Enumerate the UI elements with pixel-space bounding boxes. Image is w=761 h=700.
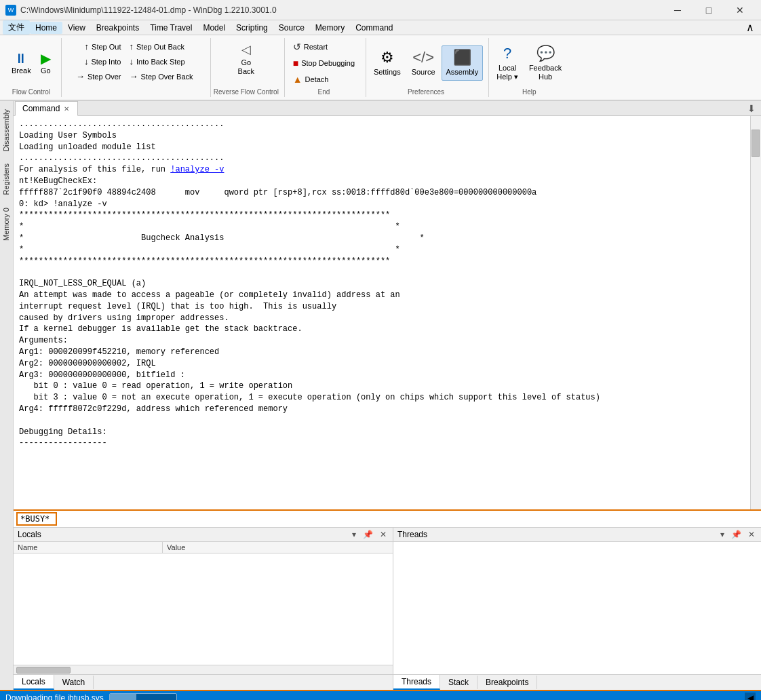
locals-panel: Locals ▾ 📌 ✕ Name Value Loca bbox=[14, 528, 393, 690]
menu-item-home[interactable]: Home bbox=[30, 22, 62, 34]
locals-panel-icons: ▾ 📌 ✕ bbox=[350, 529, 389, 540]
assembly-button[interactable]: ⬛ Assembly bbox=[442, 45, 484, 80]
output-line-asm: fffff887`2c1f90f0 48894c2408 mov qword p… bbox=[19, 187, 745, 199]
locals-tab-bar: Locals Watch bbox=[14, 674, 393, 690]
sidebar-tabs: Disassembly Registers Memory 0 bbox=[0, 101, 14, 690]
restart-icon: ↺ bbox=[293, 41, 301, 52]
threads-panel-content bbox=[393, 542, 761, 674]
ribbon-collapse-button[interactable]: ∧ bbox=[742, 21, 758, 34]
command-scrollbar-vertical[interactable] bbox=[750, 116, 761, 509]
threads-dropdown-icon[interactable]: ▾ bbox=[718, 529, 726, 540]
stop-debug-icon: ■ bbox=[293, 58, 298, 69]
command-input-field[interactable] bbox=[57, 513, 758, 524]
sidebar-tab-memory[interactable]: Memory 0 bbox=[0, 202, 13, 246]
menu-item-model[interactable]: Model bbox=[197, 22, 231, 34]
status-bar: Downloading file ibtusb.sys ◀ bbox=[0, 690, 761, 700]
preferences-label: Preferences bbox=[408, 87, 444, 96]
ribbon-group-goback: ◁ GoBack Reverse Flow Control bbox=[211, 38, 285, 97]
menu-item-scripting[interactable]: Scripting bbox=[231, 22, 273, 34]
step-over-button[interactable]: → Step Over bbox=[73, 69, 125, 83]
sidebar-tab-disassembly[interactable]: Disassembly bbox=[0, 104, 13, 157]
locals-col-name: Name bbox=[14, 542, 163, 553]
output-line-bit3: bit 3 : value 0 = not an execute operati… bbox=[19, 392, 745, 404]
scrollbar-thumb[interactable] bbox=[752, 130, 760, 157]
menu-item-breakpoints[interactable]: Breakpoints bbox=[91, 22, 144, 34]
feedback-hub-icon: 💬 bbox=[536, 45, 555, 62]
status-right: ◀ bbox=[745, 693, 756, 700]
step-into-label: Step Into bbox=[91, 58, 121, 66]
settings-button[interactable]: ⚙ Settings bbox=[369, 45, 406, 80]
output-line-dots1: ........................................… bbox=[19, 119, 745, 130]
step-out-button[interactable]: ↑ Step Out bbox=[81, 39, 125, 54]
help-label: Help bbox=[522, 87, 536, 96]
step-over-back-label: Step Over Back bbox=[140, 73, 193, 81]
step-into-icon: ↓ bbox=[84, 56, 89, 66]
feedback-hub-button[interactable]: 💬 FeedbackHub bbox=[524, 41, 566, 85]
threads-tab[interactable]: Threads bbox=[393, 675, 440, 690]
sidebar-tab-registers[interactable]: Registers bbox=[0, 158, 13, 200]
analyze-link[interactable]: !analyze -v bbox=[170, 165, 224, 174]
threads-pin-icon[interactable]: 📌 bbox=[729, 529, 743, 540]
output-line-blank2 bbox=[19, 415, 745, 427]
locals-close-icon[interactable]: ✕ bbox=[378, 529, 389, 540]
step-over-icon: → bbox=[76, 71, 85, 81]
menu-item-memory[interactable]: Memory bbox=[310, 22, 350, 34]
locals-dropdown-icon[interactable]: ▾ bbox=[350, 529, 358, 540]
output-line-debug-details: Debugging Details: bbox=[19, 427, 745, 438]
threads-close-icon[interactable]: ✕ bbox=[746, 529, 757, 540]
step-out-back-button[interactable]: ↑ Step Out Back bbox=[125, 39, 187, 54]
step-out-back-icon: ↑ bbox=[129, 41, 134, 52]
menu-item-timetravel[interactable]: Time Travel bbox=[144, 22, 197, 34]
threads-tab-bar: Threads Stack Breakpoints bbox=[393, 674, 761, 690]
locals-table-header: Name Value bbox=[14, 542, 393, 553]
output-line-arg2: Arg2: 0000000000000002, IRQL bbox=[19, 358, 745, 370]
step-over-label: Step Over bbox=[87, 73, 121, 81]
close-button[interactable]: ✕ bbox=[724, 0, 756, 20]
step-into-back-button[interactable]: ↓ Into Back Step bbox=[125, 54, 188, 69]
menu-item-command[interactable]: Command bbox=[350, 22, 398, 34]
title-bar: W C:\Windows\Minidump\111922-12484-01.dm… bbox=[0, 0, 761, 20]
menu-item-view[interactable]: View bbox=[62, 22, 91, 34]
command-tab-close[interactable]: ✕ bbox=[62, 105, 71, 113]
output-line-stars1: ****************************************… bbox=[19, 210, 745, 221]
ribbon-group-step: ↑ Step Out ↑ Step Out Back ↓ Step Into ↓ bbox=[62, 38, 211, 97]
break-go-group: ⏸ Break ▶ Go bbox=[7, 47, 56, 79]
minimize-button[interactable]: ─ bbox=[662, 0, 693, 20]
status-text: Downloading file ibtusb.sys bbox=[5, 693, 104, 700]
command-tab[interactable]: Command ✕ bbox=[15, 101, 78, 116]
watch-tab[interactable]: Watch bbox=[54, 676, 94, 689]
end-label: End bbox=[318, 87, 330, 96]
menu-item-file[interactable]: 文件 bbox=[3, 20, 30, 35]
bottom-panels: Locals ▾ 📌 ✕ Name Value Loca bbox=[14, 527, 761, 690]
detach-label: Detach bbox=[305, 75, 329, 83]
ribbon-content: ⏸ Break ▶ Go Flow Control ↑ Step Out bbox=[0, 35, 761, 100]
detach-button[interactable]: ▲ Detach bbox=[290, 72, 358, 87]
locals-col-value: Value bbox=[163, 542, 393, 553]
source-icon: </> bbox=[412, 49, 434, 66]
panel-dropdown-button[interactable]: ⬇ bbox=[743, 103, 760, 114]
menu-item-source[interactable]: Source bbox=[273, 22, 310, 34]
maximize-button[interactable]: □ bbox=[693, 0, 724, 20]
stack-tab[interactable]: Stack bbox=[440, 676, 477, 689]
step-over-back-button[interactable]: → Step Over Back bbox=[125, 69, 196, 83]
status-icon-right[interactable]: ◀ bbox=[745, 693, 756, 700]
output-line-args: Arguments: bbox=[19, 335, 745, 347]
go-button[interactable]: ▶ Go bbox=[36, 47, 56, 79]
locals-tab[interactable]: Locals bbox=[14, 675, 54, 690]
local-help-button[interactable]: ? LocalHelp ▾ bbox=[492, 41, 523, 85]
locals-scrollbar-thumb[interactable] bbox=[16, 667, 71, 674]
stop-debug-button[interactable]: ■ Stop Debugging bbox=[290, 56, 358, 71]
source-button[interactable]: </> Source bbox=[407, 45, 440, 80]
locals-pin-icon[interactable]: 📌 bbox=[361, 529, 375, 540]
break-label: Break bbox=[12, 66, 31, 75]
go-label: Go bbox=[41, 66, 51, 75]
step-into-button[interactable]: ↓ Step Into bbox=[81, 54, 125, 69]
output-line-desc4: If a kernel debugger is available get th… bbox=[19, 324, 745, 335]
restart-button[interactable]: ↺ Restart bbox=[290, 39, 358, 54]
locals-scrollbar-h[interactable] bbox=[14, 665, 393, 674]
break-button[interactable]: ⏸ Break bbox=[7, 47, 36, 79]
breakpoints-tab[interactable]: Breakpoints bbox=[477, 676, 537, 689]
go-back-button[interactable]: ◁ GoBack bbox=[234, 39, 258, 79]
command-output-wrapper: ........................................… bbox=[14, 116, 761, 509]
threads-panel-header: Threads ▾ 📌 ✕ bbox=[393, 528, 761, 542]
